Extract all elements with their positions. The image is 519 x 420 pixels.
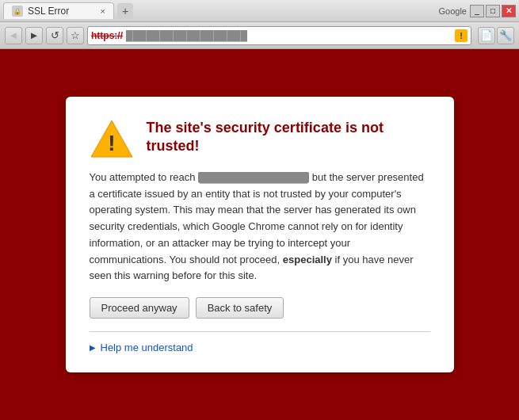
new-tab-button[interactable]: + [117,3,133,19]
https-label: https:// [91,30,123,41]
page-content: ! The site's security certificate is not… [0,49,519,420]
tab-icon: 🔒 [12,6,23,17]
ssl-warning-icon: ! [455,29,467,42]
warning-triangle-icon: ! [90,119,134,158]
nav-right-buttons: 📄 🔧 [478,27,514,44]
error-header: ! The site's security certificate is not… [90,119,430,158]
body-text-part1: You attempted to reach [90,171,196,183]
address-bar[interactable]: https:// ██████████████████ ! [87,26,471,45]
tools-button[interactable]: 🔧 [497,27,514,44]
error-card: ! The site's security certificate is not… [66,97,454,373]
browser-window: 🔒 SSL Error × + Google _ □ ✕ ◄ ► ↺ ☆ htt… [0,0,519,420]
help-link-label: Help me understand [101,342,193,353]
forward-button[interactable]: ► [25,27,43,44]
back-button[interactable]: ◄ [5,27,22,44]
bookmark-button[interactable]: ☆ [67,27,84,44]
divider [90,331,430,332]
window-controls: _ □ ✕ [470,5,516,17]
svg-text:!: ! [108,131,115,155]
browser-tab[interactable]: 🔒 SSL Error × [3,2,114,19]
button-row: Proceed anyway Back to safety [90,297,430,319]
maximize-button[interactable]: □ [486,5,500,17]
back-to-safety-button[interactable]: Back to safety [196,297,284,319]
reload-button[interactable]: ↺ [46,27,63,44]
minimize-button[interactable]: _ [470,5,484,17]
title-bar: 🔒 SSL Error × + Google _ □ ✕ [0,0,519,22]
redacted-url: ████████████████ [198,172,309,183]
error-title: The site's security certificate is not t… [147,119,430,156]
expand-arrow-icon: ▶ [90,343,96,352]
tab-label: SSL Error [28,6,69,17]
body-text-part3: if you have never seen this warning befo… [90,254,414,282]
google-label: Google [439,6,467,16]
proceed-anyway-button[interactable]: Proceed anyway [90,297,189,319]
especially-text: especially [283,254,332,265]
body-text-part2: but the server presented a certificate i… [90,171,424,282]
error-body: You attempted to reach ████████████████ … [90,170,430,285]
close-button[interactable]: ✕ [502,5,516,17]
page-button[interactable]: 📄 [478,27,495,44]
nav-bar: ◄ ► ↺ ☆ https:// ██████████████████ ! 📄 … [0,22,519,49]
url-text: ██████████████████ [126,30,452,41]
title-bar-left: 🔒 SSL Error × + [3,2,439,19]
help-me-understand-link[interactable]: ▶ Help me understand [90,342,430,353]
tab-close-button[interactable]: × [101,6,105,16]
